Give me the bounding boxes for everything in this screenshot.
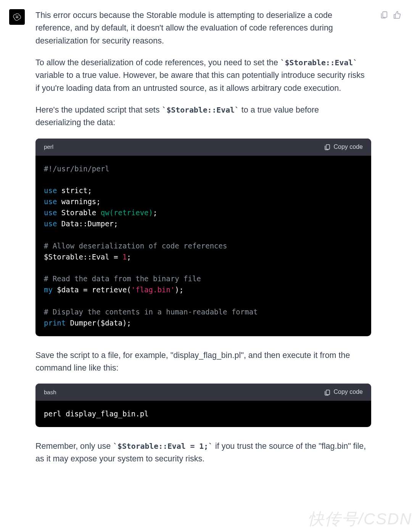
thumbs-up-button[interactable]	[393, 11, 401, 19]
copy-code-button[interactable]: Copy code	[324, 387, 363, 397]
paragraph: Here's the updated script that sets `$St…	[35, 104, 366, 129]
copy-code-button[interactable]: Copy code	[324, 142, 363, 152]
copy-code-label: Copy code	[334, 142, 363, 152]
clipboard-icon	[380, 11, 388, 19]
code-block-bash: bash Copy code perl display_flag_bin.pl	[35, 384, 371, 427]
paragraph: This error occurs because the Storable m…	[35, 9, 366, 47]
code-block-perl: perl Copy code #!/usr/bin/perl use stric…	[35, 139, 371, 336]
svg-rect-2	[383, 12, 387, 18]
clipboard-icon	[324, 389, 331, 396]
inline-code: `$Storable::Eval`	[280, 58, 357, 67]
code-body[interactable]: perl display_flag_bin.pl	[35, 401, 371, 427]
copy-code-label: Copy code	[334, 387, 363, 397]
text-run: Remember, only use	[35, 442, 113, 451]
message-content: This error occurs because the Storable m…	[35, 9, 412, 475]
paragraph: Remember, only use `$Storable::Eval = 1;…	[35, 440, 366, 466]
assistant-logo-icon	[12, 12, 22, 22]
copy-message-button[interactable]	[380, 11, 388, 19]
code-lang-label: perl	[44, 142, 53, 151]
text-run: To allow the deserialization of code ref…	[35, 58, 280, 67]
text-run: variable to a true value. However, be aw…	[35, 71, 365, 92]
assistant-avatar	[9, 9, 25, 25]
paragraph: Save the script to a file, for example, …	[35, 349, 366, 375]
clipboard-icon	[324, 143, 331, 150]
code-lang-label: bash	[44, 388, 56, 397]
inline-code: `$Storable::Eval = 1;`	[113, 442, 213, 451]
svg-rect-0	[326, 145, 330, 149]
text-run: Here's the updated script that sets	[35, 105, 162, 114]
watermark: 快传号/CSDN	[308, 508, 412, 530]
code-block-header: bash Copy code	[35, 384, 371, 401]
thumbs-up-icon	[393, 11, 401, 19]
code-body[interactable]: #!/usr/bin/perl use strict; use warnings…	[35, 156, 371, 336]
assistant-message: This error occurs because the Storable m…	[0, 0, 412, 484]
code-block-header: perl Copy code	[35, 139, 371, 156]
message-actions	[380, 11, 401, 19]
paragraph: To allow the deserialization of code ref…	[35, 56, 366, 95]
inline-code: `$Storable::Eval`	[162, 106, 239, 114]
svg-rect-1	[326, 390, 330, 395]
